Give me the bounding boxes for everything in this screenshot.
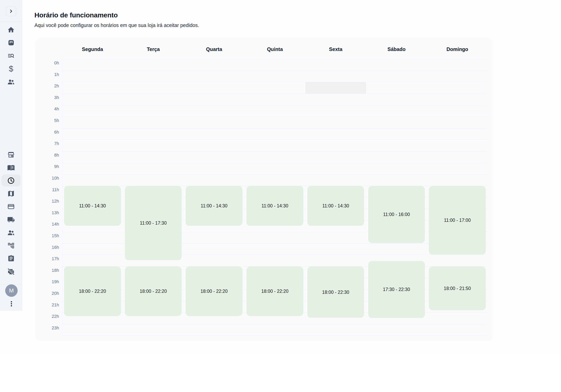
schedule-event-block[interactable]: 11:00 - 17:30 <box>125 186 182 260</box>
sidebar-item-credit-card[interactable] <box>0 200 22 213</box>
schedule-event-block[interactable]: 11:00 - 17:00 <box>429 186 486 255</box>
hour-gridline <box>62 59 488 59</box>
schedule-event-block[interactable]: 11:00 - 14:30 <box>186 186 242 226</box>
day-header-1: Segunda <box>82 46 103 52</box>
hour-gridline <box>62 140 488 140</box>
storefront-icon <box>7 151 15 158</box>
hour-label: 3h <box>35 95 59 100</box>
hour-label: 8h <box>35 153 59 158</box>
sidebar-item-clipboard[interactable] <box>0 252 22 265</box>
sidebar-item-users[interactable] <box>0 226 22 239</box>
users-icon <box>7 229 15 237</box>
flow-tree-icon <box>7 242 15 249</box>
hour-gridline <box>62 174 488 175</box>
sidebar-item-truck[interactable] <box>0 213 22 226</box>
users-icon <box>7 78 15 86</box>
schedule-event-block[interactable]: 18:00 - 22:20 <box>64 267 121 316</box>
sidebar-item-map[interactable] <box>0 187 22 200</box>
hour-label: 21h <box>35 302 59 308</box>
hour-gridline <box>62 163 488 163</box>
hour-label: 0h <box>35 60 59 66</box>
day-header-2: Terça <box>147 46 160 52</box>
sidebar-item-home[interactable] <box>0 23 22 36</box>
hour-label: 20h <box>35 291 59 296</box>
sidebar-item-kanban-board[interactable] <box>0 36 22 49</box>
sidebar-item-menu-book[interactable] <box>0 161 22 174</box>
hour-gridline <box>62 324 488 324</box>
time-gutter-line <box>62 59 62 335</box>
credit-card-icon <box>7 203 15 210</box>
sidebar-item-search-list[interactable] <box>0 49 22 62</box>
hour-label: 19h <box>35 279 59 284</box>
sidebar: $ M <box>0 0 22 311</box>
schedule-event-block[interactable]: 17:30 - 22:30 <box>368 261 425 318</box>
schedule-event-block[interactable]: 18:00 - 22:30 <box>307 267 364 318</box>
hour-gridline <box>62 105 488 105</box>
hour-label: 15h <box>35 233 59 238</box>
day-header-6: Sábado <box>388 46 405 52</box>
printer-off-icon <box>7 268 15 275</box>
schedule-event-block[interactable]: 18:00 - 21:50 <box>429 267 486 310</box>
app-container: $ M Horário de funcionamento Aqui você p… <box>0 0 561 353</box>
hour-gridline <box>62 117 488 117</box>
hour-label: 17h <box>35 256 59 261</box>
day-header-4: Quinta <box>267 46 283 52</box>
hour-label: 22h <box>35 314 59 319</box>
sidebar-item-flow-tree[interactable] <box>0 239 22 252</box>
sidebar-nav-primary: $ <box>0 23 22 88</box>
schedule-event-block[interactable]: 11:00 - 14:30 <box>307 186 364 226</box>
schedule-event-block[interactable]: 11:00 - 14:30 <box>64 186 121 226</box>
hour-label: 2h <box>35 83 59 89</box>
schedule-event-block[interactable]: 18:00 - 22:20 <box>247 267 303 316</box>
sidebar-item-dollar[interactable]: $ <box>0 62 22 75</box>
hour-gridline <box>62 151 488 151</box>
sidebar-expand-button[interactable] <box>6 6 16 16</box>
sidebar-item-users[interactable] <box>0 75 22 88</box>
schedule-event-block[interactable]: 11:00 - 14:30 <box>247 186 303 226</box>
sidebar-item-printer-off[interactable] <box>0 265 22 278</box>
sidebar-item-storefront[interactable] <box>0 148 22 161</box>
hour-label: 14h <box>35 222 59 227</box>
day-header-7: Domingo <box>446 46 468 52</box>
hour-gridline <box>62 82 488 82</box>
user-avatar[interactable]: M <box>5 284 18 297</box>
kanban-board-icon <box>7 39 15 46</box>
hour-label: 16h <box>35 245 59 250</box>
hour-gridline <box>62 128 488 128</box>
hour-label: 23h <box>35 325 59 330</box>
app-page: $ M Horário de funcionamento Aqui você p… <box>0 0 561 392</box>
search-list-icon <box>7 52 15 60</box>
hour-label: 6h <box>35 130 59 135</box>
hour-label: 9h <box>35 164 59 169</box>
hour-label: 1h <box>35 72 59 77</box>
hour-label: 13h <box>35 210 59 215</box>
hour-label: 5h <box>35 118 59 123</box>
hour-gridline <box>62 71 488 71</box>
chevron-right-icon <box>8 9 14 14</box>
hour-label: 4h <box>35 106 59 112</box>
day-header-5: Sexta <box>329 46 342 52</box>
home-icon <box>7 26 15 34</box>
day-header-3: Quarta <box>206 46 222 52</box>
map-icon <box>7 190 15 197</box>
hour-label: 10h <box>35 175 59 181</box>
truck-icon <box>7 216 15 223</box>
hour-gridline <box>62 93 488 94</box>
menu-book-icon <box>7 164 15 171</box>
schedule-calendar: SegundaTerçaQuartaQuintaSextaSábadoDomin… <box>35 38 493 341</box>
sidebar-nav-secondary <box>0 148 22 278</box>
hour-label: 12h <box>35 199 59 204</box>
clock-icon <box>7 177 15 185</box>
clipboard-icon <box>7 255 15 262</box>
kebab-menu-icon[interactable] <box>7 299 15 308</box>
hovered-calendar-cell[interactable] <box>305 82 366 93</box>
schedule-event-block[interactable]: 18:00 - 22:20 <box>186 267 242 316</box>
dollar-icon: $ <box>9 65 13 73</box>
hour-label: 11h <box>35 187 59 192</box>
page-title: Horário de funcionamento <box>34 11 118 19</box>
hour-label: 7h <box>35 141 59 146</box>
schedule-event-block[interactable]: 11:00 - 16:00 <box>368 186 425 243</box>
page-subtitle: Aqui você pode configurar os horários em… <box>34 22 199 28</box>
schedule-event-block[interactable]: 18:00 - 22:20 <box>125 267 182 316</box>
sidebar-item-clock[interactable] <box>0 174 22 187</box>
